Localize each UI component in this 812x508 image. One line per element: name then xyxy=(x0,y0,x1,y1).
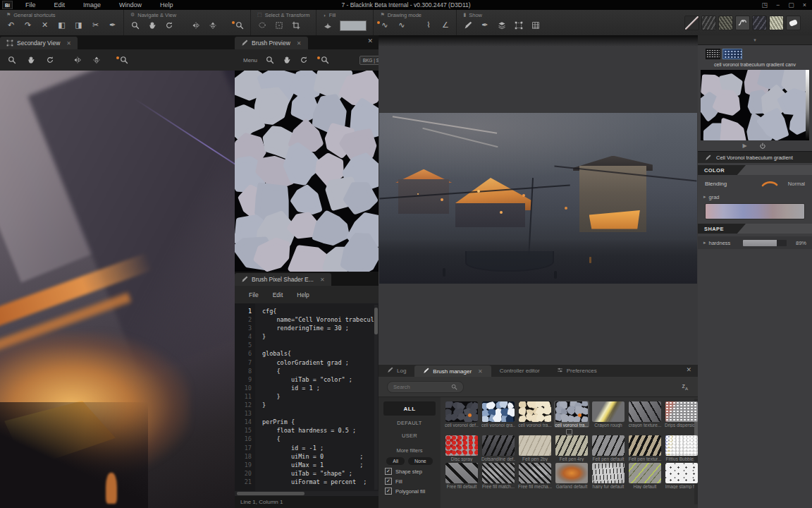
tab-log[interactable]: Log xyxy=(379,365,414,377)
brush-thumbnail[interactable] xyxy=(629,401,661,422)
tab-shader-editor[interactable]: Brush Pixel Shader E... ✕ xyxy=(235,273,331,286)
menu-file[interactable]: File xyxy=(16,1,45,8)
brush-slot-eraser[interactable] xyxy=(786,16,801,30)
brush-slot-texture-3[interactable] xyxy=(752,16,767,30)
picker-icon[interactable] xyxy=(463,20,472,30)
fill-tool-icon[interactable] xyxy=(323,21,332,30)
filter-polygonal-fill[interactable]: ✓ Polygonal fill xyxy=(379,485,441,495)
filter-group-default[interactable]: DEFAULT xyxy=(379,418,441,428)
menu-window[interactable]: Window xyxy=(110,1,151,8)
hardness-row[interactable]: ▸ hardness 89% xyxy=(698,236,812,249)
zoom-icon[interactable] xyxy=(7,56,16,65)
code-text[interactable]: cfg{ name="Cell Voronoi trabecul renderi… xyxy=(255,303,379,491)
rotate-view-icon[interactable] xyxy=(299,56,308,65)
brush-slot-texture-1[interactable] xyxy=(701,16,716,30)
main-canvas[interactable] xyxy=(379,35,698,365)
filter-all-button[interactable]: All xyxy=(386,457,405,465)
cut-icon[interactable]: ✂ xyxy=(91,20,100,30)
brush-thumbnail[interactable] xyxy=(665,435,698,456)
pan-hand-icon[interactable] xyxy=(147,20,156,30)
grad-param-row[interactable]: ▸ grad xyxy=(698,192,812,202)
restore-icon[interactable]: ▢ xyxy=(788,1,794,8)
shader-menu-help[interactable]: Help xyxy=(290,291,316,298)
grid-icon[interactable] xyxy=(531,20,540,30)
menu-image[interactable]: Image xyxy=(74,1,110,8)
polyline-mode-icon[interactable]: ⌇ xyxy=(424,20,433,30)
tab-close-icon[interactable]: ✕ xyxy=(66,40,71,47)
active-brush-name[interactable]: Cell Voronoi trabeculum gradient xyxy=(698,151,812,163)
code-vscrollbar-thumb[interactable] xyxy=(374,308,378,334)
play-icon[interactable]: ▶ xyxy=(742,143,746,149)
brush-thumbnail[interactable] xyxy=(482,463,515,483)
brush-item[interactable]: Felt pen 4ry xyxy=(554,435,589,461)
color-section-header[interactable]: COLOR xyxy=(698,165,812,175)
curve-mode-icon[interactable]: ∿ xyxy=(397,20,406,30)
brush-thumbnail[interactable] xyxy=(482,401,515,422)
fill-color-swatch[interactable] xyxy=(340,20,367,31)
search-box[interactable] xyxy=(387,381,464,393)
checkbox-icon[interactable]: ✓ xyxy=(385,468,392,475)
brush-item[interactable]: Felt pen textur... xyxy=(627,435,663,461)
code-editor[interactable]: 123456789101112131415161718192021 cfg{ n… xyxy=(235,303,379,491)
brush-thumbnail[interactable] xyxy=(555,463,588,483)
menu-help[interactable]: Help xyxy=(151,1,183,8)
brush-thumbnail[interactable] xyxy=(445,463,478,483)
pen-dot-icon[interactable]: ✒ xyxy=(108,20,117,30)
pan-hand-icon[interactable] xyxy=(282,56,291,65)
brush-slot-texture-4[interactable] xyxy=(769,16,784,30)
sort-alpha-button[interactable]: zA xyxy=(682,382,688,391)
brush-thumbnail[interactable] xyxy=(592,401,625,422)
secondary-view-canvas[interactable] xyxy=(0,71,235,508)
reset-view-icon[interactable] xyxy=(235,20,244,30)
code-hscrollbar-thumb[interactable] xyxy=(237,492,304,495)
brush-thumbnail[interactable] xyxy=(519,435,551,456)
chevron-right-icon[interactable]: ▸ xyxy=(703,194,706,200)
brush-preview-canvas[interactable] xyxy=(235,71,379,272)
layers-icon[interactable] xyxy=(497,20,506,30)
filter-shape-step[interactable]: ✓ Shape step xyxy=(379,465,441,475)
brush-item[interactable]: Crayon rough xyxy=(591,401,626,428)
brush-thumbnail[interactable] xyxy=(629,463,661,483)
brush-item[interactable]: Image stamp f... xyxy=(664,462,698,489)
brush-thumbnail[interactable] xyxy=(629,435,661,456)
hardness-slider[interactable] xyxy=(743,240,787,246)
search-input[interactable] xyxy=(392,383,450,391)
brush-thumbnail[interactable] xyxy=(592,463,625,483)
checkbox-icon[interactable]: ✓ xyxy=(385,478,392,485)
delete-icon[interactable]: ✕ xyxy=(40,20,49,30)
undo-icon[interactable]: ↶ xyxy=(6,20,16,30)
power-icon[interactable] xyxy=(758,141,768,150)
zoom-icon[interactable] xyxy=(130,20,140,30)
brush-variant-thumb-2[interactable] xyxy=(722,49,742,59)
tab-controller-editor[interactable]: Controller editor xyxy=(491,365,548,377)
blending-row[interactable]: Blending Normal xyxy=(698,175,812,192)
tab-brush-preview[interactable]: Brush Preview ✕ xyxy=(235,37,308,49)
brush-thumbnail[interactable] xyxy=(519,401,551,422)
angle-mode-icon[interactable]: ∠ xyxy=(441,20,450,30)
brush-thumbnail[interactable] xyxy=(665,463,698,483)
brush-variant-thumb-1[interactable] xyxy=(706,49,720,59)
flip-horizontal-icon[interactable] xyxy=(191,20,200,30)
nib-icon[interactable]: ✒ xyxy=(480,20,489,30)
panel-collapse-handle[interactable]: ▾ xyxy=(698,35,812,45)
transform-frame-icon[interactable] xyxy=(514,20,523,30)
brush-thumbnail[interactable] xyxy=(592,435,625,456)
flip-vertical-icon[interactable] xyxy=(92,56,101,65)
tab-brush-manager[interactable]: Brush manager ✕ xyxy=(414,365,491,377)
tab-secondary-view[interactable]: Secondary View ✕ xyxy=(0,37,78,49)
shader-menu-edit[interactable]: Edit xyxy=(266,291,290,298)
shape-section-header[interactable]: SHAPE xyxy=(698,224,812,234)
brush-slot-liner[interactable] xyxy=(684,16,699,30)
brush-thumbnail[interactable] xyxy=(519,463,551,483)
flip-vertical-icon[interactable] xyxy=(208,20,217,30)
redo-icon[interactable]: ↷ xyxy=(23,20,32,30)
popout-icon[interactable]: ◳ xyxy=(761,1,768,8)
brush-thumbnail[interactable] xyxy=(445,435,478,456)
marquee-icon[interactable] xyxy=(274,20,283,30)
chevron-right-icon[interactable]: ▸ xyxy=(703,240,706,246)
brush-thumbnail[interactable] xyxy=(665,401,698,422)
brush-item[interactable]: Fittius Bubble... xyxy=(664,435,698,461)
more-filters-label[interactable]: More filters xyxy=(379,447,441,454)
brush-item[interactable]: Free fill mecha... xyxy=(517,462,553,489)
freehand-mode-icon[interactable]: ∿ xyxy=(380,20,389,30)
